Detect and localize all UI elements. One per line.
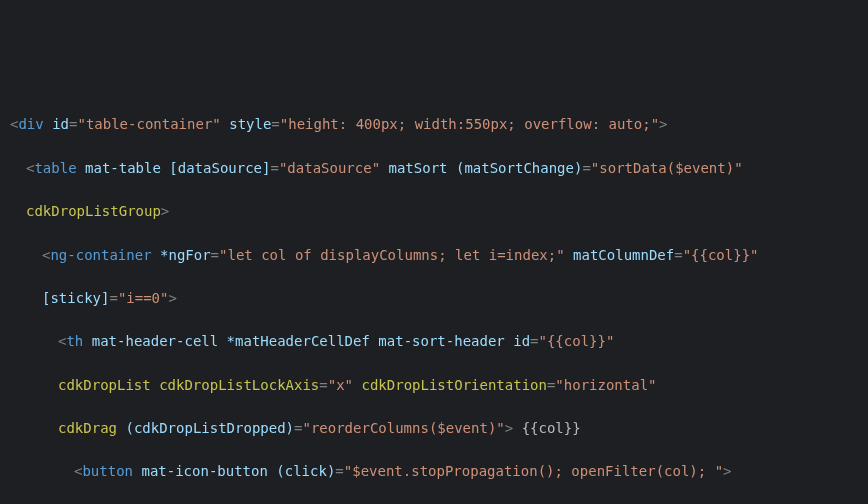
code-editor[interactable]: <div id="table-container" style="height:… — [0, 93, 868, 504]
code-line: <th mat-header-cell *matHeaderCellDef ma… — [0, 331, 868, 353]
code-line: <div id="table-container" style="height:… — [0, 114, 868, 136]
code-line: cdkDrag (cdkDropListDropped)="reorderCol… — [0, 418, 868, 440]
code-line: cdkDropListGroup> — [0, 201, 868, 223]
code-line: <ng-container *ngFor="let col of display… — [0, 245, 868, 267]
code-line: <table mat-table [dataSource]="dataSourc… — [0, 158, 868, 180]
code-line: [sticky]="i==0"> — [0, 288, 868, 310]
code-line: cdkDropList cdkDropListLockAxis="x" cdkD… — [0, 375, 868, 397]
code-line: <button mat-icon-button (click)="$event.… — [0, 461, 868, 483]
